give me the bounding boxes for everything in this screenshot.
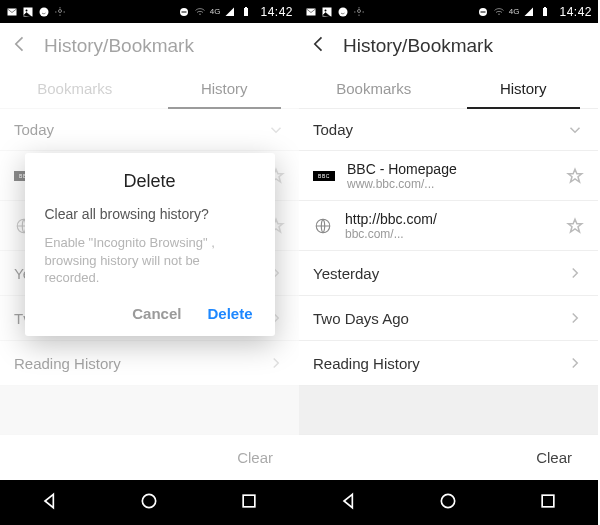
svg-rect-6 <box>181 11 186 12</box>
nav-recent-icon[interactable] <box>239 491 259 515</box>
clear-bar: Clear <box>299 434 598 480</box>
svg-point-10 <box>143 494 156 507</box>
svg-point-2 <box>26 9 28 11</box>
svg-rect-8 <box>245 7 247 8</box>
signal-icon <box>224 6 236 18</box>
tab-bookmarks-label: Bookmarks <box>336 80 411 97</box>
whatsapp-icon <box>337 6 349 18</box>
tab-history[interactable]: History <box>449 69 599 108</box>
dialog-confirm-button[interactable]: Delete <box>207 305 252 322</box>
status-bar: 4G 14:42 <box>0 0 299 23</box>
clock: 14:42 <box>559 5 592 19</box>
favicon-bbc: BBC <box>313 171 335 181</box>
svg-point-3 <box>40 7 49 16</box>
nav-back-icon[interactable] <box>40 491 60 515</box>
svg-rect-23 <box>542 495 554 507</box>
dialog-note: Enable "Incognito Browsing" , browsing h… <box>45 234 255 287</box>
dnd-icon <box>477 6 489 18</box>
favicon-globe <box>313 216 333 236</box>
tab-bookmarks[interactable]: Bookmarks <box>299 69 449 108</box>
phone-right: 4G 14:42 History/Bookmark Bookmarks Hist… <box>299 0 598 525</box>
nav-home-icon[interactable] <box>139 491 159 515</box>
svg-rect-7 <box>244 8 248 16</box>
history-item-url: www.bbc.com/... <box>347 177 548 191</box>
location-icon <box>353 6 365 18</box>
phone-left: 4G 14:42 History/Bookmark Bookmarks Hist… <box>0 0 299 525</box>
chevron-right-icon <box>566 264 584 282</box>
svg-rect-0 <box>8 8 17 15</box>
battery-icon <box>240 6 252 18</box>
nav-home-icon[interactable] <box>438 491 458 515</box>
svg-point-15 <box>339 7 348 16</box>
dialog-scrim[interactable]: Delete Clear all browsing history? Enabl… <box>0 23 299 480</box>
section-today-label: Today <box>313 121 353 138</box>
network-label: 4G <box>210 7 221 16</box>
wifi-icon <box>194 6 206 18</box>
star-icon[interactable] <box>566 167 584 185</box>
dialog-message: Clear all browsing history? <box>45 206 255 222</box>
photo-icon <box>321 6 333 18</box>
whatsapp-icon <box>38 6 50 18</box>
dnd-icon <box>178 6 190 18</box>
svg-rect-19 <box>543 8 547 16</box>
chevron-right-icon <box>566 309 584 327</box>
android-nav-bar <box>299 480 598 525</box>
location-icon <box>54 6 66 18</box>
clock: 14:42 <box>260 5 293 19</box>
history-item-title: BBC - Homepage <box>347 161 548 177</box>
signal-icon <box>523 6 535 18</box>
section-reading-label: Reading History <box>313 355 420 372</box>
photo-icon <box>22 6 34 18</box>
gmail-icon <box>6 6 18 18</box>
section-reading-history[interactable]: Reading History <box>299 341 598 386</box>
clear-button[interactable]: Clear <box>536 449 572 466</box>
section-today[interactable]: Today <box>299 109 598 151</box>
history-item-title: http://bbc.com/ <box>345 211 548 227</box>
history-item-url: bbc.com/... <box>345 227 548 241</box>
svg-point-14 <box>325 9 327 11</box>
tab-history-label: History <box>500 80 547 97</box>
history-item[interactable]: BBC BBC - Homepage www.bbc.com/... <box>299 151 598 201</box>
back-button[interactable] <box>309 34 329 58</box>
status-bar: 4G 14:42 <box>299 0 598 23</box>
android-nav-bar <box>0 480 299 525</box>
chevron-right-icon <box>566 354 584 372</box>
svg-rect-12 <box>307 8 316 15</box>
gmail-icon <box>305 6 317 18</box>
history-item[interactable]: http://bbc.com/ bbc.com/... <box>299 201 598 251</box>
section-yesterday[interactable]: Yesterday <box>299 251 598 296</box>
svg-point-22 <box>442 494 455 507</box>
chevron-down-icon <box>566 121 584 139</box>
wifi-icon <box>493 6 505 18</box>
svg-point-4 <box>59 9 62 12</box>
tabs: Bookmarks History <box>299 69 598 109</box>
dialog-title: Delete <box>45 171 255 192</box>
delete-dialog: Delete Clear all browsing history? Enabl… <box>25 153 275 336</box>
page-title: History/Bookmark <box>343 35 493 57</box>
dialog-cancel-button[interactable]: Cancel <box>132 305 181 322</box>
svg-rect-11 <box>243 495 255 507</box>
star-icon[interactable] <box>566 217 584 235</box>
svg-point-16 <box>358 9 361 12</box>
battery-icon <box>539 6 551 18</box>
nav-recent-icon[interactable] <box>538 491 558 515</box>
app-bar: History/Bookmark <box>299 23 598 69</box>
section-two-days[interactable]: Two Days Ago <box>299 296 598 341</box>
network-label: 4G <box>509 7 520 16</box>
svg-rect-20 <box>544 7 546 8</box>
nav-back-icon[interactable] <box>339 491 359 515</box>
dialog-actions: Cancel Delete <box>45 301 255 326</box>
svg-rect-18 <box>480 11 485 12</box>
section-two-days-label: Two Days Ago <box>313 310 409 327</box>
section-yesterday-label: Yesterday <box>313 265 379 282</box>
